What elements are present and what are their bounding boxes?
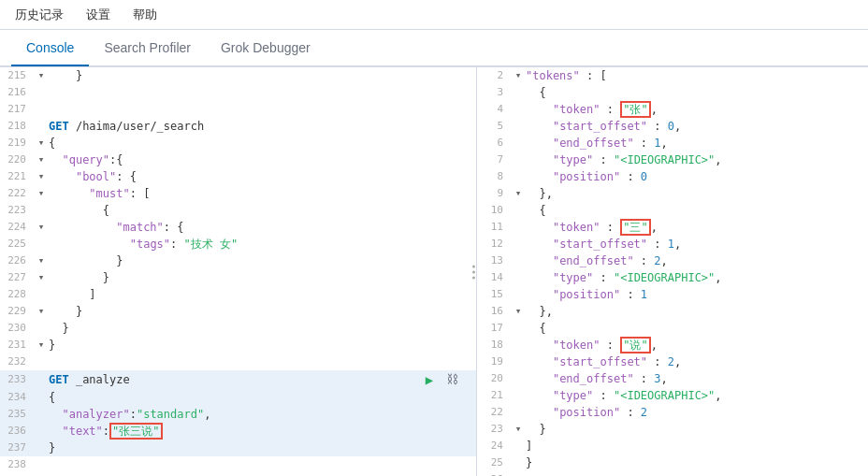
- table-row: 234 {: [0, 389, 476, 406]
- table-row: 236 "text":"张三说": [0, 423, 476, 440]
- menu-settings[interactable]: 设置: [82, 5, 114, 25]
- table-row: 11 "token" : "三",: [477, 219, 868, 236]
- table-row: 24 ]: [477, 438, 868, 454]
- table-row: 219 ▾ {: [0, 135, 476, 151]
- play-button[interactable]: ▶: [420, 370, 439, 389]
- table-row: 4 "token" : "张",: [477, 101, 868, 118]
- table-row: 2 ▾ "tokens" : [: [477, 67, 868, 84]
- tab-bar: Console Search Profiler Grok Debugger: [0, 30, 868, 67]
- right-code-editor[interactable]: 2 ▾ "tokens" : [ 3 { 4 "token" : "张", 5: [477, 67, 868, 476]
- table-row: 20 "end_offset" : 3,: [477, 370, 868, 387]
- table-row: 9 ▾ },: [477, 185, 868, 202]
- table-row: 26: [477, 471, 868, 476]
- menu-help[interactable]: 帮助: [129, 5, 161, 25]
- table-row: 16 ▾ },: [477, 303, 868, 320]
- left-code-editor[interactable]: 215 ▾ } 216 217 218 GET /haima/user/_sea: [0, 67, 476, 476]
- action-icons: ▶ ⛓: [420, 370, 469, 389]
- table-row: 215 ▾ }: [0, 67, 476, 84]
- table-row: 228 ]: [0, 286, 476, 303]
- table-row: 231 ▾ }: [0, 337, 476, 353]
- panel-resizer[interactable]: [470, 265, 477, 279]
- table-row: 3 {: [477, 84, 868, 101]
- table-row: 14 "type" : "<IDEOGRAPHIC>",: [477, 269, 868, 286]
- table-row: 25 }: [477, 454, 868, 471]
- table-row: 225 "tags": "技术 女": [0, 236, 476, 252]
- table-row: 8 "position" : 0: [477, 168, 868, 185]
- table-row: 230 }: [0, 320, 476, 337]
- table-row: 220 ▾ "query":{: [0, 151, 476, 168]
- table-row: 235 "analyzer":"standard",: [0, 406, 476, 423]
- left-panel: 215 ▾ } 216 217 218 GET /haima/user/_sea: [0, 67, 477, 476]
- table-row: 6 "end_offset" : 1,: [477, 135, 868, 151]
- right-panel: 2 ▾ "tokens" : [ 3 { 4 "token" : "张", 5: [477, 67, 868, 476]
- active-line[interactable]: 233 GET _analyze ▶ ⛓: [0, 370, 476, 389]
- table-row: 18 "token" : "说",: [477, 337, 868, 353]
- table-row: 224 ▾ "match": {: [0, 219, 476, 236]
- table-row: 7 "type" : "<IDEOGRAPHIC>",: [477, 151, 868, 168]
- table-row: 21 "type" : "<IDEOGRAPHIC>",: [477, 387, 868, 404]
- table-row: 223 {: [0, 202, 476, 219]
- table-row: 237 }: [0, 440, 476, 456]
- table-row: 12 "start_offset" : 1,: [477, 236, 868, 252]
- table-row: 218 GET /haima/user/_search: [0, 118, 476, 135]
- table-row: 22 "position" : 2: [477, 404, 868, 421]
- table-row: 222 ▾ "must": [: [0, 185, 476, 202]
- link-icon[interactable]: ⛓: [442, 370, 461, 389]
- table-row: 226 ▾ }: [0, 252, 476, 269]
- menu-history[interactable]: 历史记录: [11, 5, 67, 25]
- table-row: 17 {: [477, 320, 868, 337]
- table-row: 232: [0, 353, 476, 370]
- table-row: 238: [0, 456, 476, 473]
- table-row: 216: [0, 84, 476, 101]
- table-row: 19 "start_offset" : 2,: [477, 353, 868, 370]
- main-content: 215 ▾ } 216 217 218 GET /haima/user/_sea: [0, 67, 868, 476]
- table-row: 229 ▾ }: [0, 303, 476, 320]
- table-row: 23 ▾ }: [477, 421, 868, 438]
- table-row: 5 "start_offset" : 0,: [477, 118, 868, 135]
- table-row: 217: [0, 101, 476, 118]
- menu-bar: 历史记录 设置 帮助: [0, 0, 868, 30]
- table-row: 10 {: [477, 202, 868, 219]
- table-row: 15 "position" : 1: [477, 286, 868, 303]
- table-row: 13 "end_offset" : 2,: [477, 252, 868, 269]
- table-row: 227 ▾ }: [0, 269, 476, 286]
- table-row: 221 ▾ "bool": {: [0, 168, 476, 185]
- tab-search-profiler[interactable]: Search Profiler: [89, 31, 206, 66]
- tab-console[interactable]: Console: [11, 31, 89, 66]
- tab-grok-debugger[interactable]: Grok Debugger: [206, 31, 326, 66]
